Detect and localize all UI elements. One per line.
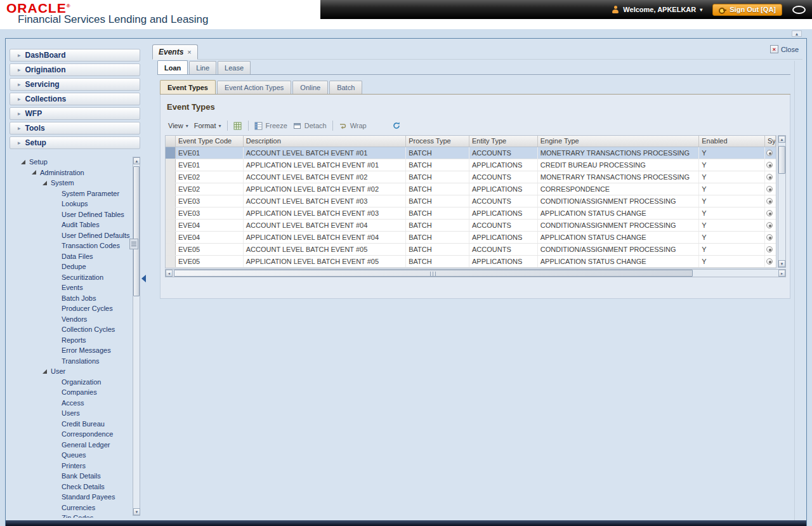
sidebar-item-setup[interactable]: ▸Setup [10,136,140,149]
tab-lease[interactable]: Lease [218,61,251,74]
row-selector-cell[interactable] [166,159,176,171]
row-selector-cell[interactable] [166,171,176,183]
tab-loan[interactable]: Loan [157,60,188,74]
scrollbar-thumb[interactable] [133,166,140,296]
cell-sys[interactable] [765,220,776,231]
cell-sys[interactable] [765,207,776,219]
sidebar-item-dashboard[interactable]: ▸DashBoard [10,49,140,62]
scrollbar-thumb[interactable] [778,146,785,174]
tree-item-securitization[interactable]: Securitization [10,272,131,283]
tree-item-queues[interactable]: Queues [10,450,131,461]
scroll-up-icon[interactable]: ▲ [792,30,802,37]
table-row[interactable]: EVE03ACCOUNT LEVEL BATCH EVENT #03BATCHA… [166,195,776,207]
tree-item-data-files[interactable]: Data Files [10,251,131,262]
tree-item-reports[interactable]: Reports [10,335,131,346]
table-row[interactable]: EVE02APPLICATION LEVEL BATCH EVENT #02BA… [166,183,776,195]
row-selector-cell[interactable] [166,183,176,195]
tree-item-check-details[interactable]: Check Details [10,482,131,492]
wrap-button[interactable]: Wrap [339,121,367,130]
sidebar-item-collections[interactable]: ▸Collections [10,93,140,105]
row-selector-cell[interactable] [166,147,176,159]
close-button[interactable]: × Close [770,45,799,53]
tree-item-transaction-codes[interactable]: Transaction Codes [10,240,131,251]
tree-item-currencies[interactable]: Currencies [10,503,131,513]
table-row[interactable]: EVE05ACCOUNT LEVEL BATCH EVENT #05BATCHA… [166,244,776,256]
tree-item-printers[interactable]: Printers [10,461,131,471]
tree-item-user-defined-defaults[interactable]: User Defined Defaults [10,230,131,241]
freeze-button[interactable]: Freeze [254,121,287,130]
tree-item-audit-tables[interactable]: Audit Tables [10,220,131,230]
subtab-online[interactable]: Online [292,81,328,94]
cell-sys[interactable] [765,159,776,171]
tree-item-producer-cycles[interactable]: Producer Cycles [10,303,131,314]
collapse-sidebar-arrow[interactable] [141,275,146,282]
row-selector-cell[interactable] [166,244,176,255]
refresh-button[interactable] [392,121,401,130]
format-menu-button[interactable]: Format ▾ [194,122,221,129]
tree-item-general-ledger[interactable]: General Ledger [10,440,131,450]
sidebar-scrollbar[interactable]: ▲ ▼ [133,157,140,516]
scrollbar-right-button[interactable]: ▸ [778,270,785,277]
tree-item-dedupe[interactable]: Dedupe [10,261,131,272]
scrollbar-down-button[interactable]: ▼ [133,508,140,515]
table-row[interactable]: EVE03APPLICATION LEVEL BATCH EVENT #03BA… [166,207,776,220]
scrollbar-left-button[interactable]: ◂ [166,270,173,277]
export-button[interactable] [233,121,242,130]
subtab-event-action-types[interactable]: Event Action Types [217,81,291,94]
tree-item-collection-cycles[interactable]: Collection Cycles [10,324,131,335]
scrollbar-thumb[interactable] [174,270,693,277]
row-selector-cell[interactable] [166,207,176,219]
tree-item-setup[interactable]: Setup [10,157,131,168]
tree-item-system-parameter[interactable]: System Parameter [10,188,131,199]
row-selector-cell[interactable] [166,195,176,207]
scrollbar-up-button[interactable]: ▲ [778,136,785,143]
cell-sys[interactable] [765,244,776,255]
table-row[interactable]: EVE04ACCOUNT LEVEL BATCH EVENT #04BATCHA… [166,220,776,232]
table-row[interactable]: EVE02ACCOUNT LEVEL BATCH EVENT #02BATCHA… [166,171,776,183]
cell-sys[interactable] [765,232,776,243]
table-row[interactable]: EVE01ACCOUNT LEVEL BATCH EVENT #01BATCHA… [166,147,776,159]
cell-sys[interactable] [765,256,776,267]
tree-item-vendors[interactable]: Vendors [10,314,131,325]
tree-item-error-messages[interactable]: Error Messages [10,345,131,356]
tab-events[interactable]: Events × [152,44,198,60]
cell-sys[interactable] [765,195,776,207]
grid-horizontal-scrollbar[interactable]: ◂ ▸ [165,269,786,277]
tree-item-events[interactable]: Events [10,282,131,293]
sidebar-item-tools[interactable]: ▸Tools [10,122,140,135]
table-row[interactable]: EVE05APPLICATION LEVEL BATCH EVENT #05BA… [166,256,776,268]
tree-item-lookups[interactable]: Lookups [10,199,131,209]
tree-item-batch-jobs[interactable]: Batch Jobs [10,293,131,304]
detach-button[interactable]: Detach [293,121,327,130]
column-header-entity-type[interactable]: Entity Type [469,136,538,147]
column-header-description[interactable]: Description [244,136,406,147]
column-header-sys[interactable]: Sys [765,136,776,147]
tree-item-system[interactable]: System [10,178,131,188]
table-row[interactable]: EVE01APPLICATION LEVEL BATCH EVENT #01BA… [166,159,776,171]
tree-item-organization[interactable]: Organization [10,377,131,388]
tree-item-zip-codes[interactable]: Zip Codes [10,513,131,518]
cell-sys[interactable] [765,183,776,195]
grid-vertical-scrollbar[interactable]: ▲ ▼ [778,135,786,268]
column-header-process-type[interactable]: Process Type [406,136,469,147]
tree-item-bank-details[interactable]: Bank Details [10,471,131,482]
scrollbar-up-button[interactable]: ▲ [133,157,140,164]
column-header-engine-type[interactable]: Engine Type [538,136,699,147]
welcome-user-menu[interactable]: Welcome, APKELKAR ▾ [612,6,702,13]
sidebar-item-servicing[interactable]: ▸Servicing [10,78,140,91]
subtab-batch[interactable]: Batch [329,81,362,94]
row-selector-cell[interactable] [166,256,176,267]
tree-item-users[interactable]: Users [10,408,131,419]
subtab-event-types[interactable]: Event Types [160,80,216,94]
tab-line[interactable]: Line [189,61,216,74]
tree-item-translations[interactable]: Translations [10,356,131,367]
row-selector-cell[interactable] [166,232,176,243]
row-selector-cell[interactable] [166,220,176,231]
cell-sys[interactable] [765,147,776,159]
column-header-event-type-code[interactable]: Event Type Code [176,136,244,147]
view-menu-button[interactable]: View ▾ [168,122,188,129]
tree-item-companies[interactable]: Companies [10,387,131,398]
sidebar-item-wfp[interactable]: ▸WFP [10,107,140,120]
sign-out-button[interactable]: Sign Out [QA] [712,4,782,16]
table-row[interactable]: EVE04APPLICATION LEVEL BATCH EVENT #04BA… [166,232,776,244]
